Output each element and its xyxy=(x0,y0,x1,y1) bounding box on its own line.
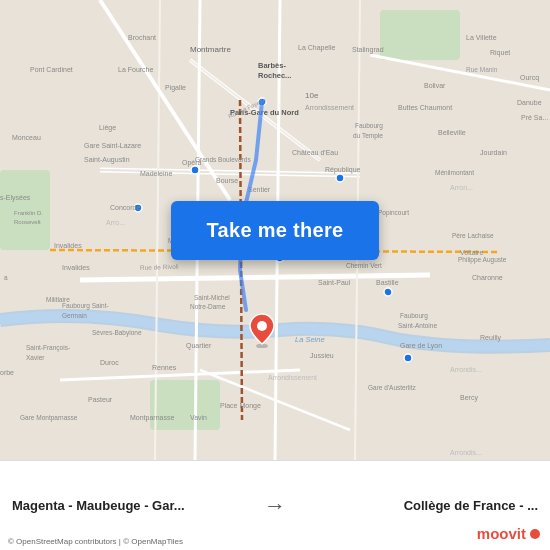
svg-text:Saint-Michel: Saint-Michel xyxy=(194,294,230,301)
svg-text:Liège: Liège xyxy=(99,124,116,132)
svg-text:Germain: Germain xyxy=(62,312,87,319)
svg-text:Jourdain: Jourdain xyxy=(480,149,507,156)
svg-text:Invalides: Invalides xyxy=(54,242,82,249)
svg-point-27 xyxy=(404,354,412,362)
svg-text:Rennes: Rennes xyxy=(152,364,177,371)
svg-text:Gare de Lyon: Gare de Lyon xyxy=(400,342,442,350)
svg-text:Jussieu: Jussieu xyxy=(310,352,334,359)
svg-point-21 xyxy=(336,174,344,182)
svg-text:Xavier: Xavier xyxy=(26,354,45,361)
svg-text:Pont Cardinet: Pont Cardinet xyxy=(30,66,73,73)
svg-text:Reuilly: Reuilly xyxy=(480,334,502,342)
destination-station: Collège de France - ... xyxy=(295,498,538,513)
svg-text:République: République xyxy=(325,166,361,174)
svg-text:Chemin Vert: Chemin Vert xyxy=(346,262,382,269)
svg-text:Barbès-: Barbès- xyxy=(258,61,286,70)
svg-rect-4 xyxy=(150,380,220,430)
svg-text:Rue Manin: Rue Manin xyxy=(466,66,498,73)
svg-text:Belleville: Belleville xyxy=(438,129,466,136)
moovit-logo: moovit xyxy=(477,525,540,542)
svg-text:Saint-Augustin: Saint-Augustin xyxy=(84,156,130,164)
svg-text:Franklin D.: Franklin D. xyxy=(14,210,43,216)
svg-text:La Villette: La Villette xyxy=(466,34,497,41)
svg-text:Faubourg: Faubourg xyxy=(355,122,383,130)
svg-text:Buttes Chaumont: Buttes Chaumont xyxy=(398,104,452,111)
svg-text:Brochant: Brochant xyxy=(128,34,156,41)
svg-text:Bolivar: Bolivar xyxy=(424,82,446,89)
svg-point-22 xyxy=(384,288,392,296)
map-container: Montmartre Pigalle Opéra Grands Boulevar… xyxy=(0,0,550,460)
svg-text:10e: 10e xyxy=(305,91,319,100)
svg-text:Saint-Antoine: Saint-Antoine xyxy=(398,322,437,329)
arrow-icon: → xyxy=(264,493,286,519)
svg-point-114 xyxy=(257,321,267,331)
svg-text:Faubourg Saint-: Faubourg Saint- xyxy=(62,302,109,310)
svg-text:Gare Montparnasse: Gare Montparnasse xyxy=(20,414,78,422)
destination-station-name: Collège de France - ... xyxy=(404,498,538,513)
svg-text:Place Monge: Place Monge xyxy=(220,402,261,410)
svg-text:Ourcq: Ourcq xyxy=(520,74,539,82)
svg-text:Duroc: Duroc xyxy=(100,359,119,366)
svg-text:Invalides: Invalides xyxy=(62,264,90,271)
svg-text:Arrondis...: Arrondis... xyxy=(450,449,482,456)
svg-text:Pigalle: Pigalle xyxy=(165,84,186,92)
svg-text:Pré Sa...: Pré Sa... xyxy=(521,114,548,121)
svg-text:Montparnasse: Montparnasse xyxy=(130,414,174,422)
moovit-brand-name: moovit xyxy=(477,525,526,542)
svg-text:Arrondissement: Arrondissement xyxy=(305,104,354,111)
svg-text:Militlaire: Militlaire xyxy=(46,296,70,303)
origin-station: Magenta - Maubeuge - Gar... xyxy=(12,498,255,513)
svg-text:Grands Boulevards: Grands Boulevards xyxy=(195,156,251,163)
footer: Magenta - Maubeuge - Gar... → Collège de… xyxy=(0,460,550,550)
svg-text:Madeleine: Madeleine xyxy=(140,170,172,177)
svg-text:Monceau: Monceau xyxy=(12,134,41,141)
svg-text:s-Elysées: s-Elysées xyxy=(0,194,31,202)
svg-text:Rue de Rivoli: Rue de Rivoli xyxy=(140,263,179,271)
svg-text:Gare Saint-Lazare: Gare Saint-Lazare xyxy=(84,142,141,149)
svg-text:Quartier: Quartier xyxy=(186,342,212,350)
app: Montmartre Pigalle Opéra Grands Boulevar… xyxy=(0,0,550,550)
svg-text:a: a xyxy=(4,274,8,281)
svg-text:Gare d'Austerlitz: Gare d'Austerlitz xyxy=(368,384,417,391)
svg-text:Saint-François-: Saint-François- xyxy=(26,344,70,352)
svg-text:Bercy: Bercy xyxy=(460,394,478,402)
take-me-there-button[interactable]: Take me there xyxy=(171,201,380,260)
destination-pin xyxy=(248,312,276,348)
svg-text:Concorde: Concorde xyxy=(110,204,140,211)
moovit-dot-icon xyxy=(530,529,540,539)
svg-text:Charonne: Charonne xyxy=(472,274,503,281)
svg-text:Arron...: Arron... xyxy=(450,184,473,191)
svg-text:Ménilmontant: Ménilmontant xyxy=(435,169,474,176)
svg-text:du Temple: du Temple xyxy=(353,132,383,140)
svg-text:Danube: Danube xyxy=(517,99,542,106)
svg-text:La Seine: La Seine xyxy=(295,335,325,344)
svg-text:Père Lachaise: Père Lachaise xyxy=(452,232,494,239)
svg-text:La Fourche: La Fourche xyxy=(118,66,154,73)
map-attribution: © OpenStreetMap contributors | © OpenMap… xyxy=(8,537,183,546)
svg-text:Arrondis...: Arrondis... xyxy=(450,366,482,373)
svg-text:Rochec...: Rochec... xyxy=(258,71,291,80)
svg-text:La Chapelle: La Chapelle xyxy=(298,44,335,52)
svg-text:orbe: orbe xyxy=(0,369,14,376)
svg-text:Château d'Eau: Château d'Eau xyxy=(292,149,338,156)
route-arrow: → xyxy=(255,493,295,519)
svg-text:Montmartre: Montmartre xyxy=(190,45,231,54)
svg-text:Voltaire: Voltaire xyxy=(460,249,483,256)
svg-text:Roosevelt: Roosevelt xyxy=(14,219,41,225)
svg-text:Stalingrad: Stalingrad xyxy=(352,46,384,54)
svg-text:Pasteur: Pasteur xyxy=(88,396,113,403)
svg-text:Notre-Dame: Notre-Dame xyxy=(190,303,226,310)
svg-text:Philippe Auguste: Philippe Auguste xyxy=(458,256,507,264)
svg-text:Bastille: Bastille xyxy=(376,279,399,286)
svg-text:Arro...: Arro... xyxy=(106,219,125,226)
svg-point-24 xyxy=(191,166,199,174)
svg-text:Bourse: Bourse xyxy=(216,177,238,184)
svg-text:Sèvres-Babylone: Sèvres-Babylone xyxy=(92,329,142,337)
svg-text:Popincourt: Popincourt xyxy=(378,209,409,217)
svg-text:Vavin: Vavin xyxy=(190,414,207,421)
svg-text:Arrondissement: Arrondissement xyxy=(268,374,317,381)
svg-rect-3 xyxy=(380,10,460,60)
svg-text:Saint-Paul: Saint-Paul xyxy=(318,279,351,286)
svg-text:Riquet: Riquet xyxy=(490,49,510,57)
origin-station-name: Magenta - Maubeuge - Gar... xyxy=(12,498,202,513)
